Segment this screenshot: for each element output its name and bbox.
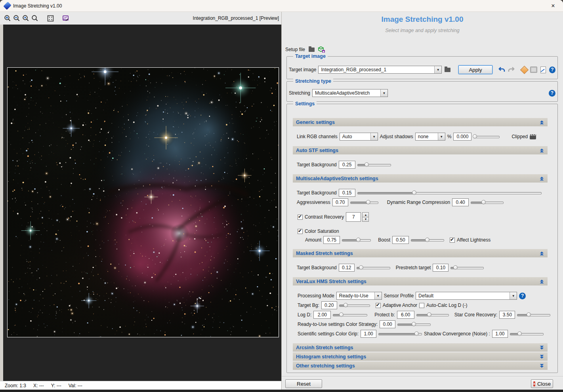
stretching-type-row: Stretching MultiscaleAdaptiveStretch ▼ ? xyxy=(289,89,555,97)
section-header-auto-stf[interactable]: Auto STF settings xyxy=(293,146,548,154)
section-title: Masked Stretch settings xyxy=(296,251,353,256)
new-instance-icon[interactable] xyxy=(521,66,528,74)
undo-icon[interactable] xyxy=(498,66,506,74)
clipped-label: Clipped xyxy=(511,134,528,139)
spinner-buttons[interactable]: ▲▼ xyxy=(362,212,369,222)
browse-image-button[interactable] xyxy=(444,66,451,74)
adjust-shadows-select[interactable]: none▼ xyxy=(415,133,445,141)
shadow-convergence-input[interactable]: 1.00 xyxy=(492,330,508,338)
redo-icon[interactable] xyxy=(508,66,515,74)
protect-b-slider[interactable] xyxy=(416,311,449,318)
section-header-arcsinh[interactable]: Arcsinh Stretch settings xyxy=(293,343,548,352)
color-strategy-slider[interactable] xyxy=(397,321,431,328)
setup-file-label: Setup file xyxy=(285,47,305,52)
processing-mode-select[interactable]: Ready-to-Use▼ xyxy=(336,292,382,300)
boost-input[interactable]: 0.50 xyxy=(392,236,409,244)
star-core-input[interactable]: 3.50 xyxy=(499,311,515,319)
amount-slider[interactable] xyxy=(342,236,371,244)
affect-lightness-checkbox[interactable] xyxy=(450,238,455,243)
autostf-target-bg-slider[interactable] xyxy=(357,161,391,168)
target-image-label: Target image xyxy=(289,67,316,72)
veralux-target-bg-input[interactable]: 0.20 xyxy=(321,301,337,309)
mas-target-bg-slider[interactable] xyxy=(357,189,542,196)
target-help-icon[interactable]: ? xyxy=(549,67,555,73)
link-rgb-select[interactable]: Auto▼ xyxy=(340,133,378,141)
window-close-button[interactable]: × xyxy=(547,1,559,11)
color-grip-label: Scientific settings Color Grip: xyxy=(298,331,359,337)
boost-slider[interactable] xyxy=(411,236,444,244)
clipped-preview-icon[interactable] xyxy=(530,134,536,139)
autostf-target-bg-input[interactable]: 0.25 xyxy=(339,161,355,169)
veralux-help-icon[interactable]: ? xyxy=(519,293,526,299)
folder-icon xyxy=(445,68,450,72)
mas-target-bg-row: Target Background 0.15 xyxy=(297,188,542,197)
zoom-in-icon[interactable] xyxy=(3,14,12,23)
veralux-target-bg-slider[interactable] xyxy=(339,302,370,309)
stretching-select[interactable]: MultiscaleAdaptiveStretch ▼ xyxy=(312,89,388,97)
chevron-expand-icon xyxy=(539,354,544,359)
star-core-slider[interactable] xyxy=(517,311,550,318)
spin-down-icon[interactable]: ▼ xyxy=(362,217,369,222)
drc-slider[interactable] xyxy=(471,199,504,206)
contrast-recovery-checkbox[interactable] xyxy=(298,215,303,220)
masked-target-bg-slider[interactable] xyxy=(357,264,390,271)
setup-file-save-icon[interactable] xyxy=(318,46,325,53)
prestretch-slider[interactable] xyxy=(450,264,484,271)
amount-input[interactable]: 0.75 xyxy=(323,236,340,244)
contrast-recovery-value: 7 xyxy=(346,212,361,222)
section-header-mas[interactable]: MultiscaleAdaptiveStretch settings xyxy=(293,174,548,183)
status-y: Y: --- xyxy=(51,383,61,388)
section-header-histogram[interactable]: Histogram stretching settings xyxy=(293,352,548,361)
spin-up-icon[interactable]: ▲ xyxy=(362,212,369,217)
zoom-fit-icon[interactable] xyxy=(31,14,39,23)
stretching-help-icon[interactable]: ? xyxy=(549,90,555,97)
edit-script-icon[interactable] xyxy=(540,66,547,74)
section-header-other[interactable]: Other stretching settings xyxy=(293,362,548,370)
image-viewer-pane: Integration_RGB_processed_1 [Preview] Zo… xyxy=(0,12,281,392)
contrast-recovery-spinner[interactable]: 7 ▲▼ xyxy=(346,212,369,222)
slider-track xyxy=(471,202,504,204)
color-strategy-input[interactable]: 0.00 xyxy=(380,320,395,328)
adaptive-anchor-checkbox[interactable] xyxy=(376,303,381,308)
section-header-generic[interactable]: Generic settings xyxy=(293,118,548,126)
shadow-convergence-slider[interactable] xyxy=(510,330,544,337)
autocalc-logd-checkbox[interactable] xyxy=(419,303,424,308)
status-val: Val: --- xyxy=(69,383,82,388)
nebula-image[interactable] xyxy=(8,68,279,337)
zoom-out-icon[interactable] xyxy=(12,14,21,23)
footer-separator xyxy=(282,376,563,377)
contrast-recovery-label: Contrast Recovery xyxy=(305,214,344,220)
section-title: Other stretching settings xyxy=(296,363,355,369)
color-grip-slider[interactable] xyxy=(378,330,422,337)
shadows-percent-slider[interactable] xyxy=(473,133,500,140)
adaptive-anchor-label: Adaptive Anchor xyxy=(383,303,417,308)
prestretch-input[interactable]: 0.10 xyxy=(433,264,448,272)
color-grip-input[interactable]: 1.00 xyxy=(361,330,376,338)
orange-diamond-icon xyxy=(520,65,529,74)
drc-input[interactable]: 0.40 xyxy=(452,198,469,206)
aggressiveness-slider[interactable] xyxy=(350,199,378,206)
zoom-one-to-one-icon[interactable] xyxy=(21,14,30,23)
viewer-canvas-area[interactable] xyxy=(0,25,281,381)
color-saturation-checkbox[interactable] xyxy=(298,229,303,234)
mas-target-bg-input[interactable]: 0.15 xyxy=(339,189,355,197)
close-button[interactable]: x Close xyxy=(531,379,553,388)
masked-target-bg-label: Target Background xyxy=(297,265,337,270)
sensor-profile-select[interactable]: Default▼ xyxy=(416,292,517,300)
section-header-veralux[interactable]: VeraLux HMS Stretch settings xyxy=(293,277,548,285)
shadows-percent-input[interactable]: 0.000 xyxy=(453,133,471,141)
stf-edit-icon[interactable] xyxy=(61,14,70,23)
stf-disabled-icon[interactable] xyxy=(530,66,538,74)
log-d-input[interactable]: 2.00 xyxy=(313,311,331,319)
target-image-select[interactable]: Integration_RGB_processed_1 ▼ xyxy=(318,66,442,74)
setup-file-open-folder-icon[interactable] xyxy=(307,46,315,53)
section-header-masked[interactable]: Masked Stretch settings xyxy=(293,249,548,257)
aggressiveness-input[interactable]: 0.70 xyxy=(332,198,348,206)
reset-button[interactable]: Reset xyxy=(285,379,322,388)
masked-target-bg-input[interactable]: 0.12 xyxy=(339,264,355,272)
apply-button[interactable]: Apply xyxy=(458,65,492,74)
fit-view-icon[interactable] xyxy=(46,14,55,23)
protect-b-input[interactable]: 6.00 xyxy=(397,311,414,319)
log-d-slider[interactable] xyxy=(333,311,367,318)
stretching-label: Stretching xyxy=(289,90,310,96)
